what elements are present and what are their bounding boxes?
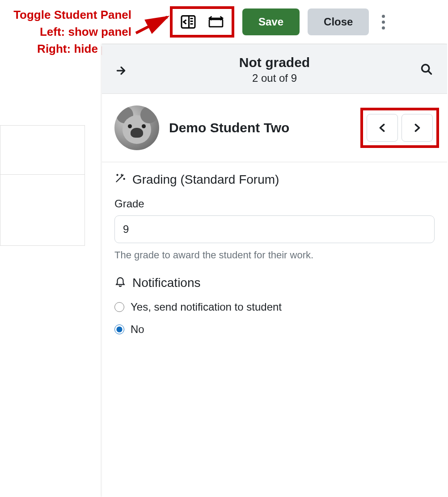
arrow-icon [134,12,174,37]
grade-help-text: The grade to award the student for their… [114,249,435,261]
grading-heading-text: Grading (Standard Forum) [132,173,279,187]
svg-line-12 [428,71,431,74]
show-panel-icon[interactable] [180,13,197,30]
panel-header: Not graded 2 out of 9 [102,44,447,94]
nav-buttons-highlight [360,108,439,148]
toolbar: Save Close [170,6,389,38]
collapse-panel-icon[interactable] [115,65,127,80]
status-subtitle: 2 out of 9 [114,72,435,84]
svg-point-13 [117,174,118,175]
svg-point-14 [124,178,125,179]
annotation-toggle-sub1: Left: show panel [6,25,131,39]
notify-no-option[interactable]: No [114,323,435,336]
status-title: Not graded [114,55,435,70]
student-row: Demo Student Two [102,94,447,162]
chevron-left-icon [377,122,387,134]
grading-section: Grading (Standard Forum) Grade The grade… [102,162,447,271]
bell-icon [114,275,126,290]
hide-panel-icon[interactable] [207,13,224,30]
search-icon[interactable] [420,63,433,77]
chevron-right-icon [412,122,422,134]
grading-heading: Grading (Standard Forum) [114,172,435,187]
student-name: Demo Student Two [169,120,289,135]
toggle-group-highlight [170,6,234,38]
ghost-box [0,174,85,246]
grade-input[interactable] [114,215,435,243]
svg-rect-9 [209,20,223,27]
notify-no-radio[interactable] [114,324,124,334]
wand-icon [114,172,126,187]
grade-label: Grade [114,198,435,210]
avatar [114,105,159,150]
svg-line-0 [136,17,167,33]
notify-no-label: No [131,323,144,336]
notify-yes-radio[interactable] [114,302,124,312]
save-button[interactable]: Save [242,8,300,35]
notifications-heading-text: Notifications [132,276,201,290]
annotation-toggle-title: Toggle Student Panel [6,8,131,22]
grading-panel: Not graded 2 out of 9 Demo Student Two [102,44,447,497]
notify-yes-label: Yes, send notification to student [131,301,282,313]
next-student-button[interactable] [402,114,433,142]
close-button[interactable]: Close [308,8,369,35]
kebab-menu-icon[interactable] [377,11,389,33]
notifications-section: Notifications Yes, send notification to … [102,271,447,355]
notify-yes-option[interactable]: Yes, send notification to student [114,301,435,313]
prev-student-button[interactable] [367,114,398,142]
notifications-heading: Notifications [114,275,435,290]
